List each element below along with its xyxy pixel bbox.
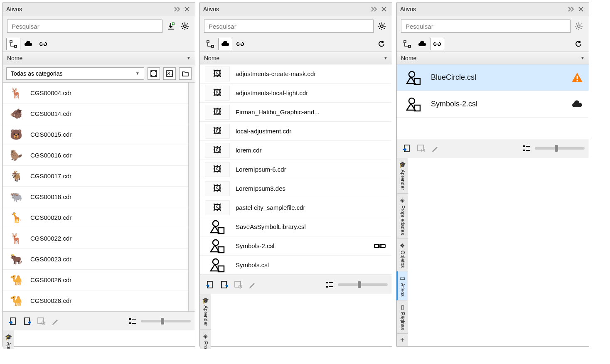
refresh-button[interactable] <box>374 38 389 50</box>
list-item[interactable]: 🐻CGS00015.cdr <box>3 124 188 145</box>
asset-thumb: 🖼 <box>205 86 230 101</box>
link-source-button[interactable] <box>36 38 50 50</box>
close-icon[interactable] <box>182 5 192 14</box>
source-toolbar <box>3 36 195 52</box>
asset-name: Firman_Hatibu_Graphic-and... <box>236 108 320 116</box>
list-item[interactable]: SaveAsSymbolLibrary.csl <box>200 217 392 236</box>
thumbnail-size-slider[interactable] <box>141 320 191 322</box>
view-mode-button[interactable] <box>127 315 138 327</box>
cloud-source-button[interactable] <box>21 38 35 50</box>
collapse-icon[interactable] <box>370 5 379 14</box>
list-item[interactable]: 🐂CGS00023.cdr <box>3 249 188 270</box>
close-icon[interactable] <box>576 5 585 14</box>
svg-point-25 <box>213 240 219 246</box>
collapse-icon[interactable] <box>567 5 576 14</box>
scrollbar[interactable] <box>188 83 195 311</box>
tree-view-button[interactable] <box>400 38 414 50</box>
list-item[interactable]: 🖼local-adjustment.cdr <box>200 122 392 141</box>
refresh-button[interactable] <box>571 38 585 50</box>
gear-icon <box>573 20 585 32</box>
list-item[interactable]: 🦒CGS00020.cdr <box>3 207 188 228</box>
list-item[interactable]: 🦫CGS00016.cdr <box>3 145 188 166</box>
list-item[interactable]: 🦌CGS00004.cdr <box>3 83 188 103</box>
svg-rect-41 <box>404 41 406 43</box>
cloud-source-button[interactable] <box>415 38 429 50</box>
list-item[interactable]: 🖼adjustments-create-mask.cdr <box>200 64 392 84</box>
cloud-source-button[interactable] <box>218 38 232 50</box>
svg-rect-4 <box>15 45 17 47</box>
asset-list[interactable]: 🖼adjustments-create-mask.cdr🖼adjustments… <box>200 64 392 275</box>
tab-propriedades[interactable]: ◈Propriedades <box>200 330 211 349</box>
tree-view-button[interactable] <box>6 38 20 50</box>
tab-aprender[interactable]: 🎓Aprender <box>200 294 211 330</box>
tab-ativos[interactable]: ▭Ativos <box>396 271 407 300</box>
collapse-icon[interactable] <box>173 5 182 14</box>
tree-view-button[interactable] <box>203 38 217 50</box>
list-item[interactable]: 🐃CGS00018.cdr <box>3 187 188 207</box>
search-input[interactable] <box>7 20 162 33</box>
import-button[interactable] <box>401 143 413 154</box>
svg-point-43 <box>409 71 415 77</box>
sort-header[interactable]: Nome ▼ <box>200 52 392 64</box>
list-item[interactable]: Symbols-2.csl <box>200 236 392 256</box>
list-item[interactable]: Symbols.csl <box>200 256 392 275</box>
list-item[interactable]: 🖼LoremIpsum-6.cdr <box>200 160 392 179</box>
tab-objetos[interactable]: ❖Objetos <box>397 239 408 271</box>
list-item[interactable]: 🖼adjustments-local-light.cdr <box>200 84 392 103</box>
link-source-button[interactable] <box>233 38 247 50</box>
asset-thumb: 🖼 <box>205 124 230 139</box>
thumbnail-size-slider[interactable] <box>338 283 388 286</box>
close-icon[interactable] <box>379 5 389 14</box>
list-item[interactable]: 🖼lorem.cdr <box>200 141 392 160</box>
asset-list[interactable]: BlueCircle.cslSymbols-2.csl <box>397 64 589 139</box>
gear-icon[interactable] <box>179 20 191 32</box>
list-item[interactable]: 🐐CGS00017.cdr <box>3 166 188 187</box>
object-type-button[interactable] <box>148 67 160 80</box>
list-item[interactable]: 🐪CGS00026.cdr <box>3 270 188 290</box>
sort-header[interactable]: Nome ▼ <box>3 52 195 64</box>
asset-thumb: 🖼 <box>205 66 230 81</box>
panel-titlebar: Ativos <box>200 3 392 15</box>
import-button[interactable] <box>204 279 216 290</box>
list-item[interactable]: BlueCircle.csl <box>397 64 589 91</box>
tab-aprender[interactable]: 🎓Aprender <box>3 330 14 349</box>
properties-button <box>35 315 47 327</box>
export-button[interactable] <box>218 279 230 290</box>
symbol-thumb <box>205 258 230 273</box>
view-mode-button[interactable] <box>324 279 335 290</box>
image-type-button[interactable] <box>163 67 176 80</box>
list-item[interactable]: 🐗CGS00014.cdr <box>3 103 188 124</box>
import-button[interactable] <box>7 315 19 327</box>
tab-aprender[interactable]: 🎓Aprender <box>397 158 408 194</box>
edit-button <box>49 315 61 327</box>
asset-name: Symbols-2.csl <box>236 242 274 249</box>
thumbnail-size-slider[interactable] <box>535 147 585 150</box>
search-input[interactable] <box>401 20 571 33</box>
list-item[interactable]: 🐪CGS00028.cdr <box>3 290 188 311</box>
export-button[interactable] <box>21 315 33 327</box>
asset-list[interactable]: 🦌CGS00004.cdr🐗CGS00014.cdr🐻CGS00015.cdr🦫… <box>3 83 188 311</box>
list-item[interactable]: 🖼pastel city_samplefile.cdr <box>200 198 392 217</box>
list-item[interactable]: 🦌CGS00022.cdr <box>3 228 188 249</box>
category-row: Todas as categorias ▼ <box>3 64 195 83</box>
asset-name: CGS00022.cdr <box>30 235 71 242</box>
sort-header[interactable]: Nome ▼ <box>397 52 589 64</box>
add-tab-button[interactable]: + <box>397 334 408 346</box>
list-item[interactable]: 🖼Firman_Hatibu_Graphic-and... <box>200 103 392 122</box>
sort-header-label: Nome <box>204 55 219 61</box>
list-item[interactable]: 🖼LoremIpsum3.des <box>200 179 392 198</box>
panel-footer <box>200 275 392 294</box>
svg-rect-17 <box>129 322 131 324</box>
download-icon[interactable] <box>165 20 177 32</box>
link-source-button[interactable] <box>430 38 444 50</box>
gear-icon[interactable] <box>376 20 388 32</box>
list-item[interactable]: Symbols-2.csl <box>397 91 589 118</box>
category-select[interactable]: Todas as categorias ▼ <box>6 67 144 80</box>
assets-icon: ▭ <box>400 275 405 281</box>
folder-button[interactable] <box>179 67 192 80</box>
search-input[interactable] <box>204 20 374 33</box>
tab-propriedades[interactable]: ◈Propriedades <box>397 194 408 239</box>
tab-paginas[interactable]: ▯Páginas <box>397 300 408 334</box>
view-mode-button[interactable] <box>521 143 532 154</box>
svg-rect-0 <box>168 29 174 30</box>
